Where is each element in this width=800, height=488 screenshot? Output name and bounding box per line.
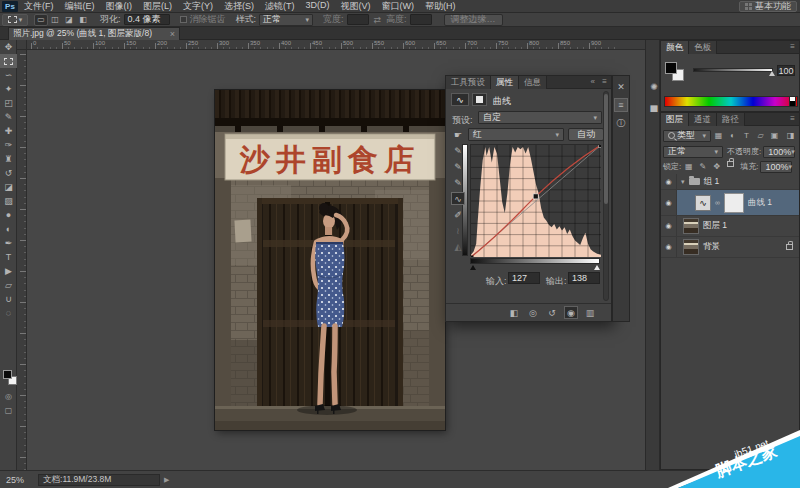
menu-item-0[interactable]: 文件(F) [24, 0, 54, 13]
color-tab-1[interactable]: 色板 [689, 41, 717, 54]
filter-type-icon[interactable]: T [740, 130, 753, 142]
layers-tab-2[interactable]: 路径 [717, 113, 745, 126]
previous-state-icon[interactable]: ◎ [526, 306, 540, 319]
foreground-color-swatch[interactable] [3, 370, 12, 379]
antialias-checkbox[interactable] [180, 16, 187, 23]
info-collapsed-icon[interactable]: ⓘ [614, 116, 628, 130]
lock-transparent-icon[interactable]: ▦ [682, 161, 695, 173]
eye-icon[interactable]: ◉ [665, 199, 671, 207]
clone-stamp-tool[interactable]: ♜ [0, 152, 17, 166]
color-slider[interactable] [693, 68, 773, 72]
scrollbar-thumb[interactable] [604, 94, 608, 204]
brush-tool[interactable]: ✑ [0, 138, 17, 152]
blend-mode-select[interactable]: 正常 ▾ [663, 146, 723, 158]
histogram-collapsed-icon[interactable]: ▅ [647, 100, 661, 114]
panel-menu-icon[interactable]: ≡ [790, 114, 795, 123]
layer-name[interactable]: 背景 [703, 241, 720, 253]
rectangular-marquee-tool[interactable] [0, 54, 17, 68]
preset-select[interactable]: 自定 ▾ [478, 111, 602, 124]
lock-pixels-icon[interactable]: ✎ [696, 161, 709, 173]
properties-collapsed-icon[interactable]: ≡ [614, 98, 628, 112]
channel-select[interactable]: 红 ▾ [468, 128, 564, 141]
opacity-select[interactable]: 100% ▾ [763, 146, 795, 158]
layer-thumbnail[interactable] [683, 239, 699, 255]
properties-tab-1[interactable]: 属性 [491, 76, 519, 89]
curve-selected-point[interactable] [533, 194, 538, 199]
tool-preset-chip[interactable]: ▾ [2, 14, 28, 26]
document-tab[interactable]: 照片.jpg @ 25% (曲线 1, 图层蒙版/8) × [8, 27, 180, 40]
filter-pixel-icon[interactable]: ▦ [712, 130, 725, 142]
auto-button[interactable]: 自动 [568, 128, 604, 141]
quick-selection-tool[interactable]: ✦ [0, 82, 17, 96]
curve-endpoint-black[interactable] [471, 256, 474, 258]
close-tab-icon[interactable]: × [170, 29, 175, 39]
layer-row-image[interactable]: ◉图层 1 [661, 216, 799, 237]
status-options-arrow[interactable]: ▶ [164, 476, 169, 484]
layer-row-curves[interactable]: ◉∿∞曲线 1 [661, 190, 799, 216]
history-brush-tool[interactable]: ↺ [0, 166, 17, 180]
path-selection-tool[interactable]: ▶ [0, 264, 17, 278]
new-selection-icon[interactable]: ▭ [34, 14, 48, 26]
add-selection-icon[interactable]: ◫ [48, 14, 62, 26]
foreground-color-swatch[interactable] [665, 62, 677, 74]
curves-thumbnail[interactable]: ∿ [695, 195, 711, 211]
color-slider-thumb[interactable] [769, 71, 775, 76]
gradient-tool[interactable]: ▨ [0, 194, 17, 208]
zoom-level[interactable]: 25% [6, 475, 24, 485]
fill-select[interactable]: 100% ▾ [760, 161, 792, 173]
photo-document[interactable]: 沙井副食店 [215, 90, 445, 430]
tool-presets-collapsed-icon[interactable]: ✕ [614, 80, 628, 94]
feather-input[interactable]: 0.4 像素 [124, 14, 170, 25]
curve-pencil-tool-icon[interactable]: ✐ [451, 208, 465, 221]
filter-toggle-icon[interactable]: ◨ [784, 130, 797, 142]
layer-thumbnail[interactable] [683, 218, 699, 234]
color-spectrum-ramp[interactable] [664, 96, 798, 107]
menu-item-2[interactable]: 图像(I) [106, 0, 133, 13]
curve-endpoint-white[interactable] [599, 145, 602, 148]
lasso-tool[interactable]: ∽ [0, 68, 17, 82]
eye-icon[interactable]: ◉ [665, 222, 671, 230]
hand-tool[interactable]: ∪ [0, 292, 17, 306]
black-point-slider[interactable] [470, 265, 476, 270]
panel-scrollbar[interactable] [603, 91, 609, 301]
height-input[interactable] [410, 14, 432, 25]
layer-name[interactable]: 曲线 1 [748, 197, 772, 209]
eyedropper-tool[interactable]: ✎ [0, 110, 17, 124]
panel-menu-icon[interactable]: ≡ [790, 42, 795, 51]
swap-dimensions-icon[interactable]: ⇄ [374, 15, 382, 25]
layer-row-body[interactable]: ▾组 1 [677, 174, 799, 189]
menu-item-10[interactable]: 帮助(H) [425, 0, 456, 13]
curves-plot[interactable] [470, 144, 600, 256]
filter-adjustment-icon[interactable]: ◐ [726, 130, 739, 142]
panel-menu-icon[interactable]: ≡ [602, 77, 607, 86]
menu-item-9[interactable]: 窗口(W) [382, 0, 415, 13]
menu-item-6[interactable]: 滤镜(T) [265, 0, 295, 13]
layer-row-group[interactable]: ◉▾组 1 [661, 174, 799, 190]
menu-item-4[interactable]: 文字(Y) [183, 0, 213, 13]
zoom-tool[interactable]: ◌ [0, 306, 17, 320]
layer-name[interactable]: 图层 1 [703, 220, 727, 232]
delete-icon[interactable]: ▥ [583, 306, 597, 319]
shape-tool[interactable]: ▱ [0, 278, 17, 292]
spectrum-bw-endcap[interactable] [789, 96, 796, 107]
layer-row-body[interactable]: 背景 [677, 237, 799, 257]
layer-filter-select[interactable]: 类型 ▾ [663, 130, 711, 142]
menu-item-5[interactable]: 选择(S) [224, 0, 254, 13]
visibility-eye-icon[interactable]: ◉ [564, 306, 578, 319]
layer-row-background[interactable]: ◉背景 [661, 237, 799, 258]
clip-to-layer-icon[interactable]: ◧ [507, 306, 521, 319]
menu-item-8[interactable]: 视图(V) [341, 0, 371, 13]
layer-name[interactable]: 组 1 [704, 176, 720, 188]
pen-tool[interactable]: ✒ [0, 236, 17, 250]
width-input[interactable] [347, 14, 369, 25]
menu-item-7[interactable]: 3D(D) [306, 0, 330, 13]
lock-position-icon[interactable]: ✥ [710, 161, 723, 173]
visibility-cell[interactable]: ◉ [661, 174, 677, 189]
healing-brush-tool[interactable]: ✚ [0, 124, 17, 138]
style-select[interactable]: 正常 ▾ [259, 14, 313, 26]
properties-tab-0[interactable]: 工具预设 [446, 76, 491, 89]
color-value-box[interactable]: 100 [777, 65, 795, 76]
layer-row-body[interactable]: ∿∞曲线 1 [677, 190, 799, 215]
output-value-box[interactable]: 138 [568, 272, 600, 284]
white-point-slider[interactable] [594, 265, 600, 270]
